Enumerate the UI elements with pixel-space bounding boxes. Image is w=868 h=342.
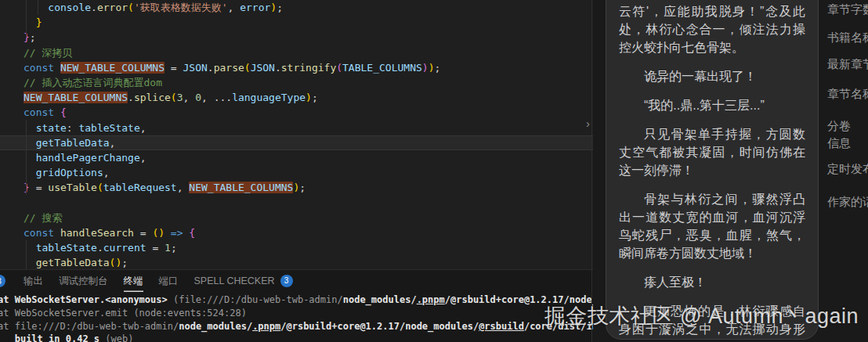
indent-guide	[38, 0, 38, 15]
code-line: }	[0, 15, 593, 30]
panel-tab-label: SPELL CHECKER	[194, 270, 275, 292]
bottom-panel: 3 输出调试控制台终端端口SPELL CHECKER3 at WebSocket…	[0, 269, 593, 342]
terminal-line: built in 0.42 s (web)	[0, 333, 593, 342]
spell-checker-badge: 3	[280, 275, 293, 287]
form-label: 章节字数	[827, 2, 868, 17]
panel-tab[interactable]: 输出	[24, 270, 43, 292]
terminal-line: at WebSocketServer.emit (node:events:524…	[0, 307, 593, 320]
code-line: gridOptions,	[0, 165, 593, 180]
panel-tab[interactable]: SPELL CHECKER3	[194, 270, 293, 292]
problems-badge: 3	[0, 275, 5, 287]
highlighted-symbol: NEW_TABLE_COLUMNS	[189, 182, 293, 193]
novel-paragraph: 云符'，应能助我脱身！”念及此处，林衍心念合一，倾注法力操控火蛟扑向七色骨架。	[619, 2, 805, 56]
panel-tab-label: 端口	[159, 270, 179, 292]
terminal-line: at file:///D:/dbu-web-twb-admin/node_mod…	[0, 320, 593, 333]
form-label: 章节名称	[827, 86, 868, 102]
code-line: console.error('获取表格数据失败', error);	[0, 0, 593, 15]
panel-tab[interactable]: 调试控制台	[59, 270, 108, 292]
terminal-link[interactable]: @rsbuild	[479, 321, 524, 332]
code-line: // 搜索	[0, 211, 593, 225]
terminal-output[interactable]: at WebSocketServer.<anonymous> (file:///…	[0, 293, 593, 342]
chevron-right-icon[interactable]: ›	[586, 117, 590, 129]
panel-tab[interactable]: 端口	[159, 270, 179, 292]
novel-paragraph: 骨架与林衍之间，骤然浮凸出一道数丈宽的血河，血河沉浮鸟蛇残尸，恶臭，血腥，煞气，…	[619, 190, 805, 262]
panel-tab-label: 终端	[124, 270, 143, 292]
form-label: 作家的话	[827, 194, 868, 210]
reader-pane: 云符'，应能助我脱身！”念及此处，林衍心念合一，倾注法力操控火蛟扑向七色骨架。诡…	[593, 0, 868, 342]
terminal-line: at WebSocketServer.<anonymous> (file:///…	[0, 293, 593, 307]
novel-paragraph: “我的..鼎..第十三层...”	[619, 96, 805, 114]
panel-tab[interactable]: 终端	[124, 270, 143, 292]
indent-guide	[26, 0, 27, 38]
code-line: handlePagerChange,	[0, 150, 593, 165]
panel-tab-bar: 3 输出调试控制台终端端口SPELL CHECKER3	[0, 270, 593, 292]
vscode-window: console.error('获取表格数据失败', error); }};// …	[0, 0, 868, 342]
highlighted-symbol: NEW_TABLE_COLUMNS	[60, 62, 165, 74]
novel-paragraph: 只见骨架单手持握，方圆数丈空气都被其凝固，时间仿佛在这一刻停滞！	[619, 125, 805, 179]
code-line: getTableData,	[0, 135, 593, 150]
code-line: const NEW_TABLE_COLUMNS = JSON.parse(JSO…	[0, 60, 593, 75]
code-line: const handleSearch = () => {	[0, 225, 593, 240]
panel-tab-label: 输出	[24, 270, 43, 292]
code-line: tableState.current = 1;	[0, 240, 593, 255]
code-editor[interactable]: console.error('获取表格数据失败', error); }};// …	[0, 0, 593, 269]
novel-reader-panel[interactable]: 云符'，应能助我脱身！”念及此处，林衍心念合一，倾注法力操控火蛟扑向七色骨架。诡…	[606, 0, 819, 340]
terminal-link[interactable]: .pnpm	[417, 294, 445, 305]
novel-paragraph: 瘆人至极！	[619, 273, 805, 291]
chapter-form-labels: 章节字数书籍名称最新章节章节名称分卷 信息定时发布作家的话	[827, 2, 868, 210]
highlighted-symbol: NEW_TABLE_COLUMNS	[24, 92, 128, 103]
code-line: };	[0, 30, 593, 45]
terminal-link[interactable]: .pnpm	[252, 321, 280, 332]
code-line	[0, 195, 593, 210]
form-label: 分卷 信息	[827, 117, 868, 152]
code-line: // 插入动态语言词典配置dom	[0, 75, 593, 90]
code-line: // 深拷贝	[0, 45, 593, 60]
form-label: 定时发布	[827, 161, 868, 177]
indent-guide	[26, 120, 27, 195]
novel-paragraph: 诡异的一幕出现了！	[619, 67, 805, 85]
code-line: const {	[0, 105, 593, 120]
code-line: } = useTable(tableRequest, NEW_TABLE_COL…	[0, 180, 593, 195]
code-line: getTableData();	[0, 255, 593, 269]
form-label: 书籍名称	[827, 30, 868, 45]
editor-divider	[591, 0, 592, 342]
watermark: 掘金技术社区 @ Autumn丶again	[544, 302, 859, 330]
code-line: state: tableState,	[0, 121, 593, 135]
panel-tab-label: 调试控制台	[59, 270, 108, 292]
indent-guide	[26, 240, 27, 269]
code-line: NEW_TABLE_COLUMNS.splice(3, 0, ...langua…	[0, 90, 593, 105]
form-label: 最新章节	[827, 56, 868, 72]
